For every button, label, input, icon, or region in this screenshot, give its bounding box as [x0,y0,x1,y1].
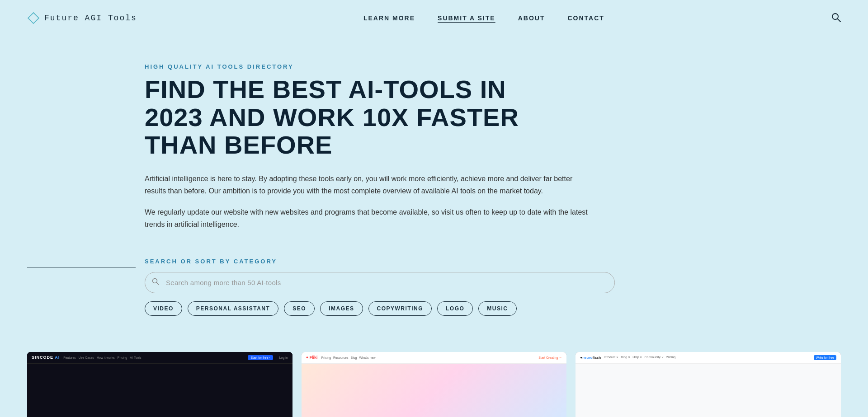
search-bar-container [145,272,615,293]
hero-description-2: We regularly update our website with new… [145,206,588,230]
search-section: SEARCH OR SORT BY CATEGORY VIDEO PERSONA… [27,258,841,316]
fliki-nav-blog: Blog [351,356,357,359]
fliki-logo: ● Fliki [306,355,318,360]
neuroflash-nav-blog: Blog ∨ [621,356,630,359]
svg-line-3 [157,283,159,285]
header: Future AGI Tools LEARN MORE SUBMIT A SIT… [0,0,868,36]
neuroflash-nav-links: Product ∨ Blog ∨ Help ∨ Community ∨ Pric… [604,356,675,359]
hero-description-1: Artificial intelligence is here to stay.… [145,173,588,197]
main-nav: LEARN MORE SUBMIT A SITE ABOUT CONTACT [363,14,604,22]
sincode-logo: SINCODE AI [32,355,60,360]
sincode-nav-links: Features Use Cases How it works Pricing … [63,356,141,359]
neuroflash-nav-pricing: Pricing [666,356,675,359]
hero-section: HIGH QUALITY AI TOOLS DIRECTORY FIND THE… [27,63,841,253]
fliki-nav-links: Pricing Resources Blog What's new [321,356,376,359]
sincode-nav-pricing: Pricing [118,356,127,359]
fliki-nav-bar: ● Fliki Pricing Resources Blog What's ne… [302,352,567,364]
tool-card-neuroflash[interactable]: ●neuroflash Product ∨ Blog ∨ Help ∨ Comm… [576,352,841,417]
sincode-nav-ai-tools: AI-Tools [130,356,141,359]
fliki-mockup: ● Fliki Pricing Resources Blog What's ne… [302,352,567,417]
sincode-nav-use-cases: Use Cases [79,356,94,359]
sincode-nav-features: Features [63,356,76,359]
fliki-nav-pricing: Pricing [321,356,331,359]
fliki-nav-resources: Resources [333,356,348,359]
category-images[interactable]: IMAGES [320,301,363,316]
neuroflash-cta: Write for free [814,355,836,360]
nav-submit-site[interactable]: SUBMIT A SITE [438,14,495,22]
sincode-cta: Start for free › [248,355,273,360]
fliki-start-cta: Start Creating → [538,356,562,359]
category-copywriting[interactable]: COPYWRITING [368,301,432,316]
sincode-nav-how-it-works: How it works [97,356,115,359]
category-personal-assistant[interactable]: PERSONAL ASSISTANT [188,301,278,316]
category-tags: VIDEO PERSONAL ASSISTANT SEO IMAGES COPY… [145,301,841,316]
fliki-nav-whats-new: What's new [359,356,376,359]
nav-about[interactable]: ABOUT [518,14,545,22]
search-section-label: SEARCH OR SORT BY CATEGORY [145,258,841,265]
neuroflash-nav-product: Product ∨ [604,356,618,359]
neuroflash-nav-community: Community ∨ [644,356,663,359]
fliki-body [302,364,567,417]
logo-icon [27,12,40,24]
category-seo[interactable]: SEO [284,301,315,316]
search-bar-icon [152,278,159,287]
category-video[interactable]: VIDEO [145,301,182,316]
svg-line-1 [838,19,841,22]
hero-title: FIND THE BEST AI-TOOLS IN 2023 AND WORK … [145,75,561,159]
nav-contact[interactable]: CONTACT [567,14,604,22]
category-logo[interactable]: LOGO [437,301,473,316]
neuroflash-mockup: ●neuroflash Product ∨ Blog ∨ Help ∨ Comm… [576,352,841,417]
neuroflash-nav-bar: ●neuroflash Product ∨ Blog ∨ Help ∨ Comm… [576,352,841,364]
tool-card-fliki[interactable]: ● Fliki Pricing Resources Blog What's ne… [302,352,567,417]
sincode-login: Log in [279,356,288,359]
hero-subtitle: HIGH QUALITY AI TOOLS DIRECTORY [145,63,841,70]
sincode-body [27,364,292,417]
header-search-button[interactable] [831,12,841,24]
neuroflash-nav-help: Help ∨ [632,356,642,359]
neuroflash-logo: ●neuroflash [580,356,601,360]
logo[interactable]: Future AGI Tools [27,12,137,24]
sincode-mockup: SINCODE AI Features Use Cases How it wor… [27,352,292,417]
tool-card-sincode[interactable]: SINCODE AI Features Use Cases How it wor… [27,352,292,417]
nav-learn-more[interactable]: LEARN MORE [363,14,415,22]
tools-section: SINCODE AI Features Use Cases How it wor… [0,334,868,417]
sincode-nav-bar: SINCODE AI Features Use Cases How it wor… [27,352,292,364]
search-icon [831,12,841,22]
main-content: HIGH QUALITY AI TOOLS DIRECTORY FIND THE… [0,36,868,334]
search-input[interactable] [145,272,615,293]
category-music[interactable]: MUSIC [478,301,516,316]
neuroflash-body [576,364,841,417]
logo-text: Future AGI Tools [44,14,137,23]
